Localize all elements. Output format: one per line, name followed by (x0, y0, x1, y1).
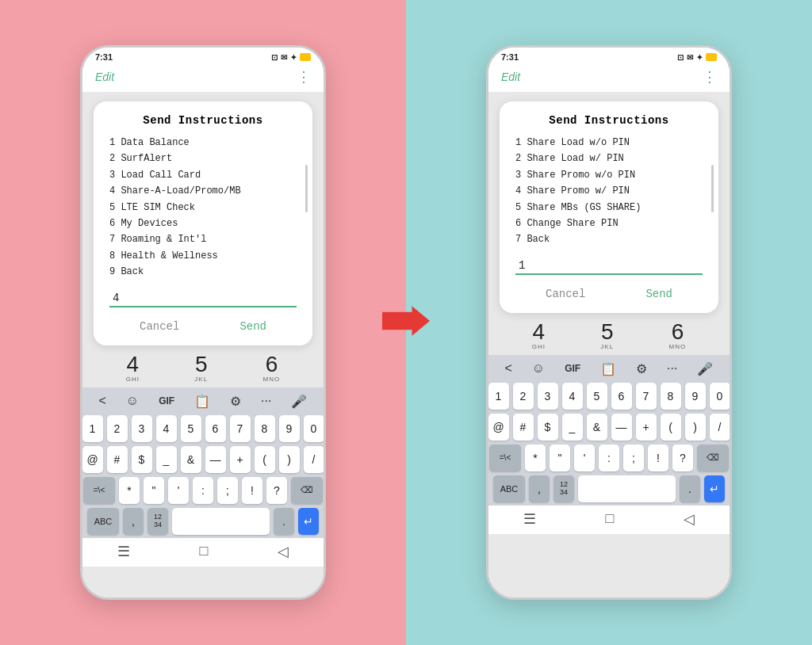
key-4[interactable]: 4 (156, 415, 177, 442)
kb-gif-btn[interactable]: GIF (155, 394, 178, 408)
key-r-hash[interactable]: # (513, 414, 534, 441)
dialog-input-left[interactable] (109, 290, 297, 307)
kb-settings-btn-r[interactable]: ⚙ (633, 360, 650, 378)
kb-emoji-btn[interactable]: ☺ (123, 392, 142, 410)
key-r-colon[interactable]: : (599, 445, 619, 471)
key-r-7[interactable]: 7 (636, 383, 657, 410)
key-1[interactable]: 1 (82, 415, 103, 442)
key-9[interactable]: 9 (279, 415, 300, 442)
edit-btn-left[interactable]: Edit (95, 71, 114, 83)
key-squote[interactable]: ' (168, 477, 189, 504)
nav-menu-icon[interactable]: ☰ (117, 543, 130, 560)
key-dash[interactable]: — (205, 446, 226, 473)
key-r-exclaim[interactable]: ! (648, 445, 668, 471)
key-slash[interactable]: / (304, 446, 324, 473)
dialog-input-right[interactable] (515, 258, 703, 275)
key-0[interactable]: 0 (304, 415, 324, 442)
key-question[interactable]: ? (266, 477, 287, 504)
key-switch[interactable]: =\< (83, 477, 115, 504)
key-plus[interactable]: + (230, 446, 251, 473)
key-r-5[interactable]: 5 (587, 383, 607, 410)
key-r-3[interactable]: 3 (538, 383, 558, 410)
nav-menu-icon-r[interactable]: ☰ (523, 510, 536, 528)
key-star[interactable]: * (119, 477, 140, 504)
kb-gif-btn-r[interactable]: GIF (561, 361, 584, 376)
key-r-squote[interactable]: ' (574, 445, 595, 471)
key-amp[interactable]: & (181, 446, 201, 473)
key-r-dash[interactable]: — (611, 414, 632, 441)
nav-home-icon-r[interactable]: □ (606, 510, 615, 527)
key-r-4[interactable]: 4 (562, 383, 583, 410)
cancel-btn-right[interactable]: Cancel (546, 288, 585, 300)
key-rparen[interactable]: ) (279, 446, 300, 473)
key-r-at[interactable]: @ (488, 414, 509, 441)
key-dollar[interactable]: $ (132, 446, 152, 473)
key-8[interactable]: 8 (255, 415, 275, 442)
key-r-star[interactable]: * (525, 445, 546, 471)
key-r-switch[interactable]: =\< (489, 445, 521, 471)
key-r-plus[interactable]: + (636, 414, 657, 441)
key-at[interactable]: @ (82, 446, 103, 473)
key-r-spacebar[interactable] (578, 475, 676, 502)
key-r-rparen[interactable]: ) (685, 414, 706, 441)
menu-dots-right[interactable]: ⋮ (703, 68, 717, 86)
key-exclaim[interactable]: ! (242, 477, 262, 504)
key-nums[interactable]: 1234 (147, 508, 168, 535)
key-r-2[interactable]: 2 (513, 383, 534, 410)
key-colon[interactable]: : (193, 477, 213, 504)
key-semicolon[interactable]: ; (217, 477, 238, 504)
cancel-btn-left[interactable]: Cancel (140, 320, 179, 333)
key-r-backspace[interactable]: ⌫ (697, 445, 729, 471)
nav-back-icon[interactable]: ◁ (278, 543, 289, 560)
kb-clipboard-btn[interactable]: 📋 (191, 392, 213, 410)
key-r-semicolon[interactable]: ; (623, 445, 644, 471)
key-3[interactable]: 3 (132, 415, 152, 442)
kb-emoji-btn-r[interactable]: ☺ (529, 360, 548, 377)
kb-clipboard-btn-r[interactable]: 📋 (597, 360, 619, 378)
key-r-comma[interactable]: , (529, 475, 550, 502)
key-r-1[interactable]: 1 (488, 383, 509, 410)
kb-more-btn-r[interactable]: ··· (664, 360, 680, 377)
scrollbar-right[interactable] (711, 165, 714, 212)
key-6[interactable]: 6 (205, 415, 226, 442)
key-r-dquote[interactable]: " (550, 445, 570, 471)
key-r-period[interactable]: . (680, 475, 700, 502)
key-hash[interactable]: # (107, 446, 128, 473)
send-btn-left[interactable]: Send (239, 320, 266, 333)
kb-settings-btn[interactable]: ⚙ (227, 392, 244, 410)
key-7[interactable]: 7 (230, 415, 251, 442)
key-5[interactable]: 5 (181, 415, 201, 442)
kb-more-btn[interactable]: ··· (258, 392, 274, 410)
key-r-6[interactable]: 6 (611, 383, 632, 410)
key-r-enter[interactable]: ↵ (704, 475, 725, 502)
edit-btn-right[interactable]: Edit (501, 71, 520, 83)
key-r-lparen[interactable]: ( (661, 414, 681, 441)
key-comma[interactable]: , (123, 508, 144, 535)
key-r-dollar[interactable]: $ (538, 414, 558, 441)
key-backspace[interactable]: ⌫ (291, 477, 323, 504)
kb-back-btn[interactable]: < (95, 392, 109, 410)
key-period[interactable]: . (274, 508, 294, 535)
kb-back-btn-r[interactable]: < (501, 360, 515, 377)
key-r-question[interactable]: ? (672, 445, 693, 471)
menu-dots-left[interactable]: ⋮ (297, 68, 311, 86)
key-r-amp[interactable]: & (587, 414, 607, 441)
kb-mic-btn-r[interactable]: 🎤 (694, 360, 716, 378)
nav-back-icon-r[interactable]: ◁ (684, 510, 695, 528)
key-r-8[interactable]: 8 (661, 383, 681, 410)
key-2[interactable]: 2 (107, 415, 128, 442)
key-underscore[interactable]: _ (156, 446, 177, 473)
kb-mic-btn[interactable]: 🎤 (288, 392, 310, 410)
send-btn-right[interactable]: Send (645, 288, 672, 300)
key-spacebar[interactable] (172, 508, 270, 535)
key-r-0[interactable]: 0 (710, 383, 730, 410)
scrollbar-left[interactable] (305, 165, 308, 212)
key-lparen[interactable]: ( (255, 446, 275, 473)
key-r-underscore[interactable]: _ (562, 414, 583, 441)
key-dquote[interactable]: " (144, 477, 164, 504)
key-r-slash[interactable]: / (710, 414, 730, 441)
key-enter[interactable]: ↵ (298, 508, 319, 535)
nav-home-icon[interactable]: □ (200, 543, 209, 559)
key-r-9[interactable]: 9 (685, 383, 706, 410)
key-r-nums[interactable]: 1234 (553, 475, 574, 502)
